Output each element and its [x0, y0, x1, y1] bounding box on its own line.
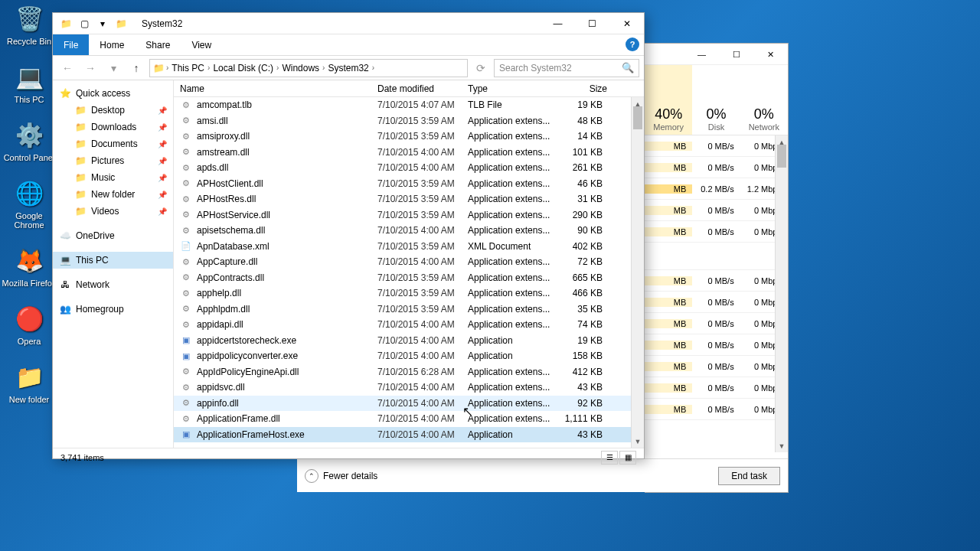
file-row[interactable]: ⚙ApplicationFrame.dll7/10/2015 4:00 AMAp… [174, 411, 644, 427]
desktop-icon-google-chrome[interactable]: 🌐Google Chrome [0, 176, 58, 230]
file-row[interactable]: ▣appidpolicyconverter.exe7/10/2015 4:00 … [174, 348, 644, 364]
nav-item-this-pc[interactable]: 💻This PC [53, 252, 173, 269]
file-row[interactable]: ⚙amstream.dll7/10/2015 4:00 AMApplicatio… [174, 145, 644, 161]
close-button[interactable]: ✕ [609, 13, 644, 34]
tm-process-row[interactable]: MB0.2 MB/s1.2 Mbps [645, 178, 788, 200]
breadcrumb[interactable]: 📁 › This PC›Local Disk (C:)›Windows›Syst… [149, 59, 468, 77]
file-row[interactable]: ⚙appinfo.dll7/10/2015 4:00 AMApplication… [174, 396, 644, 412]
breadcrumb-segment[interactable]: System32 [326, 63, 370, 73]
file-row[interactable]: ▣ApplicationFrameHost.exe7/10/2015 4:00 … [174, 427, 644, 443]
tm-process-row[interactable]: MB0 MB/s0 Mbps [645, 377, 788, 399]
desktop-icon-recycle-bin[interactable]: 🗑️Recycle Bin [0, 2, 58, 46]
nav-item-pictures[interactable]: 📁Pictures📌 [53, 152, 173, 169]
file-row[interactable]: ⚙APHostClient.dll7/10/2015 3:59 AMApplic… [174, 176, 644, 192]
file-row[interactable]: ⚙apisetschema.dll7/10/2015 4:00 AMApplic… [174, 223, 644, 239]
file-row[interactable]: ⚙amsi.dll7/10/2015 3:59 AMApplication ex… [174, 113, 644, 129]
tm-column-disk[interactable]: 0%Disk [692, 65, 740, 135]
tm-process-row[interactable]: MB0 MB/s0 Mbps [645, 157, 788, 178]
file-row[interactable]: ⚙appidsvc.dll7/10/2015 4:00 AMApplicatio… [174, 380, 644, 396]
titlebar[interactable]: 📁 ▢ ▾ 📁 System32 — ☐ ✕ [53, 13, 644, 34]
scrollbar[interactable]: ▲▼ [631, 97, 644, 448]
details-view-button[interactable]: ☰ [601, 451, 618, 465]
tm-process-row[interactable]: MB0 MB/s0 Mbps [645, 356, 788, 377]
desktop-icon-new-folder[interactable]: 📁New folder [0, 360, 58, 404]
nav-item-videos[interactable]: 📁Videos📌 [53, 203, 173, 220]
dll-icon: ⚙ [180, 366, 192, 378]
column-size[interactable]: Size [558, 83, 607, 94]
file-row[interactable]: ⚙amcompat.tlb7/10/2015 4:07 AMTLB File19… [174, 97, 644, 113]
breadcrumb-segment[interactable]: Windows [280, 63, 321, 73]
file-row[interactable]: ⚙apds.dll7/10/2015 4:00 AMApplication ex… [174, 160, 644, 176]
file-row[interactable]: ▣appidcertstorecheck.exe7/10/2015 4:00 A… [174, 333, 644, 349]
minimize-button[interactable]: — [684, 44, 719, 65]
nav-item-desktop[interactable]: 📁Desktop📌 [53, 102, 173, 119]
fewer-details-toggle[interactable]: ⌃ Fewer details [305, 469, 377, 483]
nav-item-network[interactable]: 🖧Network [53, 276, 173, 293]
column-type[interactable]: Type [468, 83, 558, 94]
end-task-button[interactable]: End task [718, 467, 780, 485]
tm-process-row[interactable]: MB0 MB/s0 Mbps [645, 135, 788, 157]
tm-process-row[interactable]: MB0 MB/s0 Mbps [645, 221, 788, 243]
pin-icon: 📌 [158, 174, 167, 182]
folder-icon: 📁 [74, 188, 87, 201]
nav-item-downloads[interactable]: 📁Downloads📌 [53, 119, 173, 135]
nav-item-homegroup[interactable]: 👥Homegroup [53, 301, 173, 318]
maximize-button[interactable]: ☐ [575, 13, 609, 34]
up-button[interactable]: ↑ [126, 59, 146, 77]
tab-view[interactable]: View [181, 34, 222, 55]
folder-icon: 📁 [74, 138, 87, 150]
file-row[interactable]: ⚙apphelp.dll7/10/2015 3:59 AMApplication… [174, 285, 644, 302]
nav-item-documents[interactable]: 📁Documents📌 [53, 135, 173, 152]
tab-file[interactable]: File [53, 34, 89, 55]
file-row[interactable]: ⚙APHostRes.dll7/10/2015 3:59 AMApplicati… [174, 191, 644, 207]
chevron-right-icon: › [207, 64, 210, 72]
tm-column-memory[interactable]: 40%Memory [645, 65, 692, 135]
tm-column-network[interactable]: 0%Network [740, 65, 788, 135]
qat-dropdown[interactable]: ▾ [94, 16, 111, 31]
tm-process-row[interactable]: MB0 MB/s0 Mbps [645, 334, 788, 356]
file-row[interactable]: ⚙AppIdPolicyEngineApi.dll7/10/2015 6:28 … [174, 364, 644, 380]
desktop-icon-control-panel[interactable]: ⚙️Control Panel [0, 118, 58, 162]
breadcrumb-segment[interactable]: Local Disk (C:) [211, 63, 275, 73]
desktop-icon-opera[interactable]: 🔴Opera [0, 302, 58, 346]
help-icon[interactable]: ? [626, 37, 639, 51]
file-row[interactable]: ⚙AppContracts.dll7/10/2015 3:59 AMApplic… [174, 270, 644, 286]
pin-icon: 📌 [158, 140, 167, 148]
minimize-button[interactable]: — [541, 13, 575, 34]
nav-item-onedrive[interactable]: ☁️OneDrive [53, 227, 173, 244]
nav-item-quick-access[interactable]: ⭐Quick access [53, 85, 173, 102]
recent-dropdown[interactable]: ▾ [103, 59, 123, 77]
window-title: System32 [142, 18, 182, 29]
nav-item-new-folder[interactable]: 📁New folder📌 [53, 186, 173, 203]
folder-icon: 📁 [74, 205, 87, 217]
file-row[interactable]: ⚙amsiproxy.dll7/10/2015 3:59 AMApplicati… [174, 129, 644, 145]
desktop-icon-mozilla-firefox[interactable]: 🦊Mozilla Firefox [0, 243, 58, 288]
nav-item-music[interactable]: 📁Music📌 [53, 169, 173, 186]
file-row[interactable]: ⚙appidapi.dll7/10/2015 4:00 AMApplicatio… [174, 317, 644, 333]
tab-home[interactable]: Home [89, 34, 135, 55]
desktop-icon-this-pc[interactable]: 💻This PC [0, 60, 58, 104]
file-row[interactable]: ⚙APHostService.dll7/10/2015 3:59 AMAppli… [174, 207, 644, 223]
tm-process-row[interactable]: MB0 MB/s0 Mbps [645, 270, 788, 292]
forward-button[interactable]: → [80, 59, 100, 77]
scrollbar[interactable]: ▲▼ [775, 135, 788, 452]
properties-button[interactable]: ▢ [76, 16, 93, 31]
maximize-button[interactable]: ☐ [719, 44, 753, 65]
file-row[interactable]: ⚙Apphlpdm.dll7/10/2015 3:59 AMApplicatio… [174, 302, 644, 318]
tm-process-row[interactable]: MB0 MB/s0 Mbps [645, 200, 788, 221]
search-input[interactable]: Search System32 🔍 [494, 59, 639, 77]
breadcrumb-segment[interactable]: This PC [170, 63, 206, 73]
tm-process-row[interactable]: MB0 MB/s0 Mbps [645, 292, 788, 313]
file-row[interactable]: ⚙AppCapture.dll7/10/2015 4:00 AMApplicat… [174, 254, 644, 270]
column-date[interactable]: Date modified [377, 83, 468, 94]
tm-process-row[interactable]: MB0 MB/s0 Mbps [645, 399, 788, 420]
close-button[interactable]: ✕ [753, 44, 788, 65]
back-button[interactable]: ← [57, 59, 77, 77]
folder-icon: 📁 [74, 121, 87, 133]
column-name[interactable]: Name [180, 83, 377, 94]
refresh-button[interactable]: ⟳ [471, 59, 491, 77]
tm-process-row[interactable]: MB0 MB/s0 Mbps [645, 313, 788, 334]
icons-view-button[interactable]: ▦ [619, 451, 636, 465]
tab-share[interactable]: Share [135, 34, 181, 55]
file-row[interactable]: 📄ApnDatabase.xml7/10/2015 3:59 AMXML Doc… [174, 239, 644, 255]
